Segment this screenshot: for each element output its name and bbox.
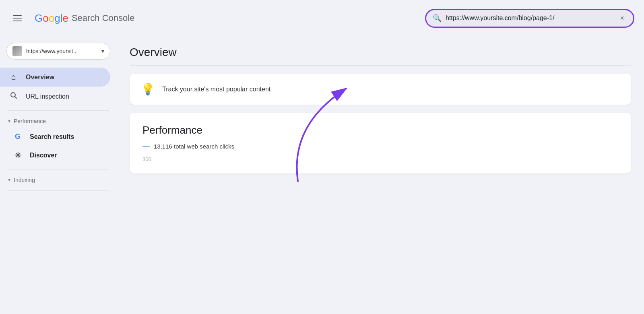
- performance-stat: 13,116 total web search clicks: [142, 143, 618, 150]
- sidebar-item-url-inspection[interactable]: URL inspection: [0, 87, 110, 106]
- nav-divider-3: [8, 190, 109, 191]
- site-favicon: [12, 46, 22, 56]
- app-name-label: Search Console: [72, 13, 135, 23]
- url-search-bar[interactable]: 🔍 ×: [425, 9, 634, 28]
- svg-line-1: [15, 97, 17, 99]
- nav-divider-1: [8, 110, 109, 111]
- tip-text: Track your site's most popular content: [162, 86, 270, 93]
- url-input[interactable]: [446, 14, 617, 22]
- sidebar-item-label-discover: Discover: [30, 152, 57, 159]
- chevron-down-indexing-icon: ▾: [8, 177, 10, 183]
- header: Google Search Console 🔍 ×: [0, 0, 644, 36]
- performance-card-title: Performance: [142, 124, 618, 136]
- chevron-down-icon: ▾: [101, 48, 104, 54]
- stat-text: 13,116 total web search clicks: [154, 143, 234, 150]
- sidebar-item-search-results[interactable]: G Search results: [0, 128, 110, 146]
- page-title: Overview: [130, 46, 631, 59]
- performance-section-label: Performance: [14, 118, 46, 124]
- site-selector[interactable]: https://www.yoursit... ▾: [6, 43, 110, 60]
- nav-divider-2: [8, 169, 109, 169]
- main-layout: https://www.yoursit... ▾ ⌂ Overview URL …: [0, 36, 644, 314]
- google-wordmark: Google: [35, 12, 68, 25]
- search-icon: 🔍: [433, 14, 442, 23]
- sidebar-item-label-search-results: Search results: [30, 133, 74, 140]
- sidebar-item-label-overview: Overview: [26, 74, 54, 81]
- discover-icon: ✳: [12, 151, 23, 160]
- site-url-display: https://www.yoursit...: [26, 48, 97, 54]
- chevron-down-perf-icon: ▾: [8, 118, 10, 124]
- logo-area: Google Search Console: [35, 12, 134, 25]
- google-g-icon: G: [12, 132, 23, 141]
- content-divider: [130, 65, 631, 66]
- performance-section-toggle[interactable]: ▾ Performance: [0, 115, 117, 128]
- bulb-icon: 💡: [141, 83, 155, 96]
- tip-card: 💡 Track your site's most popular content: [130, 74, 631, 105]
- search-nav-icon: [8, 91, 19, 101]
- indexing-section-toggle[interactable]: ▾ Indexing: [0, 174, 117, 186]
- performance-card: Performance 13,116 total web search clic…: [130, 113, 631, 174]
- close-icon[interactable]: ×: [617, 13, 627, 23]
- stat-dash-icon: [142, 146, 150, 147]
- home-icon: ⌂: [8, 72, 19, 82]
- chart-y-label: 300: [142, 156, 618, 162]
- main-content: Overview 💡 Track your site's most popula…: [117, 36, 644, 314]
- indexing-section-label: Indexing: [14, 177, 35, 183]
- sidebar-item-overview[interactable]: ⌂ Overview: [0, 68, 110, 87]
- sidebar-item-label-url-inspection: URL inspection: [26, 93, 69, 100]
- hamburger-menu-button[interactable]: [10, 12, 25, 25]
- sidebar: https://www.yoursit... ▾ ⌂ Overview URL …: [0, 36, 117, 314]
- sidebar-item-discover[interactable]: ✳ Discover: [0, 146, 110, 165]
